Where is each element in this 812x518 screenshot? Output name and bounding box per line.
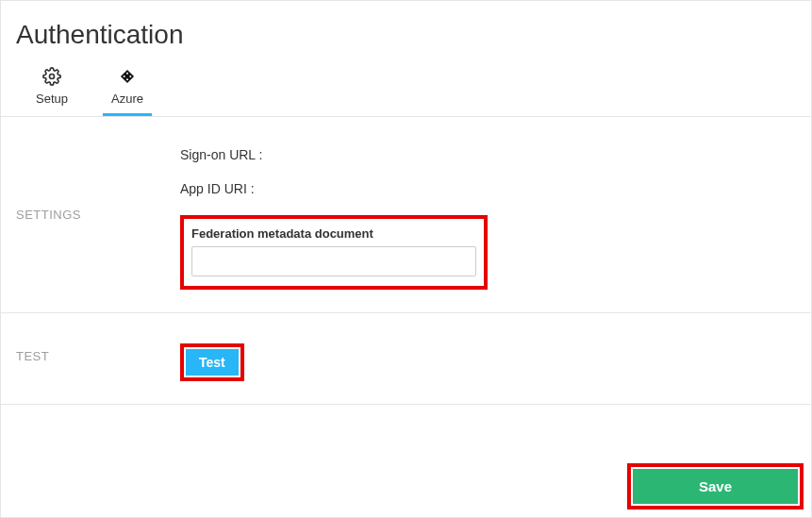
test-highlight: Test [180, 343, 244, 381]
federation-highlight: Federation metadata document [180, 215, 488, 290]
test-button[interactable]: Test [186, 349, 239, 376]
app-id-uri-label: App ID URI : [180, 181, 811, 196]
gear-icon [42, 67, 61, 86]
tab-bar: Setup Azure [1, 67, 811, 117]
svg-point-0 [50, 75, 55, 79]
footer: Save [627, 463, 804, 510]
page-title: Authentication [1, 1, 811, 67]
federation-label: Federation metadata document [191, 226, 476, 241]
svg-rect-1 [121, 70, 134, 83]
svg-point-4 [124, 75, 125, 77]
tab-azure-label: Azure [111, 92, 143, 106]
tab-setup-label: Setup [36, 92, 68, 106]
test-section: TEST Test [1, 313, 811, 405]
svg-point-2 [126, 73, 128, 75]
svg-point-3 [126, 78, 128, 80]
page-container: Authentication Setup Azure [0, 0, 812, 518]
save-button[interactable]: Save [633, 469, 798, 504]
test-body: Test [180, 343, 811, 381]
tab-setup[interactable]: Setup [27, 67, 76, 116]
settings-heading: SETTINGS [1, 147, 180, 290]
sign-on-url-label: Sign-on URL : [180, 147, 811, 162]
test-heading: TEST [1, 343, 180, 381]
svg-point-5 [129, 75, 131, 77]
federation-input[interactable] [191, 246, 476, 276]
diamond-icon [118, 67, 137, 86]
settings-section: SETTINGS Sign-on URL : App ID URI : Fede… [1, 117, 811, 313]
settings-body: Sign-on URL : App ID URI : Federation me… [180, 147, 811, 290]
tab-azure[interactable]: Azure [103, 67, 152, 116]
save-highlight: Save [627, 463, 804, 510]
content-area: SETTINGS Sign-on URL : App ID URI : Fede… [1, 117, 811, 405]
